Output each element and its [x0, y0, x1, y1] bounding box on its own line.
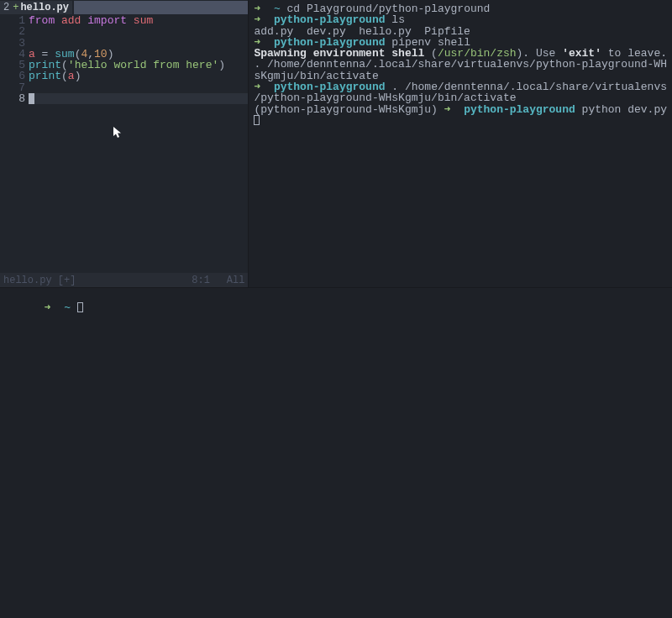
terminal-cursor: [254, 115, 260, 125]
status-filename: hello.py [+]: [3, 275, 192, 286]
tab-filename: hello.py: [20, 2, 69, 13]
prompt-path: ~: [64, 301, 71, 314]
code-line[interactable]: a = sum(4,10): [29, 49, 248, 60]
line-number: 2: [0, 26, 25, 37]
tab-buffer-number: 2: [3, 2, 9, 13]
code-line[interactable]: [29, 93, 248, 104]
prompt-arrow-icon: ➜: [45, 301, 64, 314]
code-token: ): [75, 70, 81, 82]
editor-body[interactable]: 12345678 from add import suma = sum(4,10…: [0, 15, 248, 273]
code-token: a: [68, 70, 75, 82]
code-token: sum: [134, 14, 153, 27]
terminal-segment: python dev.py: [575, 103, 667, 116]
code-token: print: [29, 70, 61, 82]
code-token: (: [61, 70, 68, 82]
tab-modified-icon: +: [13, 2, 18, 13]
code-line[interactable]: print(a): [29, 71, 248, 81]
terminal-line: ➜ python-playground pipenv shell: [254, 37, 667, 48]
terminal-line: ➜ python-playground ls: [254, 14, 667, 25]
code-line[interactable]: from add import sum: [29, 15, 248, 26]
terminal-cursor: [77, 302, 83, 312]
code-line[interactable]: print('hello world from here'): [29, 60, 248, 71]
terminal-segment: ➜: [444, 103, 464, 116]
upper-split: 2+ hello.py 12345678 from add import sum…: [0, 0, 672, 287]
terminal-line: /python-playground-WHsKgmju/bin/activate: [254, 92, 667, 103]
line-number: 5: [0, 60, 25, 71]
terminal-segment: (python-playground-WHsKgmju): [254, 103, 444, 116]
terminal-line: [254, 115, 667, 126]
status-cursor-position: 8:1: [192, 275, 210, 286]
line-number: 6: [0, 71, 25, 81]
terminal-line: . /home/denntenna/.local/share/virtualen…: [254, 59, 667, 70]
line-number: 7: [0, 82, 25, 93]
terminal-line: add.py dev.py hello.py Pipfile: [254, 26, 667, 37]
terminal-line: ➜ python-playground . /home/denntenna/.l…: [254, 81, 667, 92]
editor-cursor: [29, 93, 34, 104]
terminal-line: ➜ ~ cd Playground/python-playground: [254, 3, 667, 14]
code-token: ): [218, 59, 225, 71]
line-number: 4: [0, 49, 25, 60]
line-number: 1: [0, 15, 25, 26]
code-token: 'hello world from here': [68, 59, 218, 71]
terminal-line: (python-playground-WHsKgmju) ➜ python-pl…: [254, 104, 667, 115]
line-number-gutter: 12345678: [0, 15, 29, 273]
terminal-segment: python-playground: [464, 103, 575, 116]
status-mode: All: [227, 275, 245, 286]
code-line[interactable]: [29, 38, 248, 49]
code-line[interactable]: [29, 82, 248, 93]
terminal-line: sKgmju/bin/activate: [254, 71, 667, 81]
line-number: 3: [0, 38, 25, 49]
editor-tab[interactable]: 2+ hello.py: [0, 1, 72, 14]
tab-bar-spacer: [74, 1, 248, 14]
code-line[interactable]: [29, 26, 248, 37]
terminal-line: Spawning environment shell (/usr/bin/zsh…: [254, 48, 667, 59]
code-token: import: [87, 14, 134, 27]
terminal-bottom[interactable]: ➜ ~: [0, 287, 672, 618]
terminal-prompt-line: ➜ ~: [5, 291, 667, 302]
code-token: from: [29, 14, 61, 27]
editor-pane[interactable]: 2+ hello.py 12345678 from add import sum…: [0, 0, 249, 287]
code-token: add: [61, 14, 87, 27]
code-content[interactable]: from add import suma = sum(4,10)print('h…: [29, 15, 248, 273]
line-number: 8: [0, 93, 25, 104]
editor-statusline: hello.py [+] 8:1 All: [0, 273, 248, 287]
tab-bar: 2+ hello.py: [0, 0, 248, 15]
terminal-right[interactable]: ➜ ~ cd Playground/python-playground➜ pyt…: [249, 0, 672, 287]
app-root: 2+ hello.py 12345678 from add import sum…: [0, 0, 672, 618]
